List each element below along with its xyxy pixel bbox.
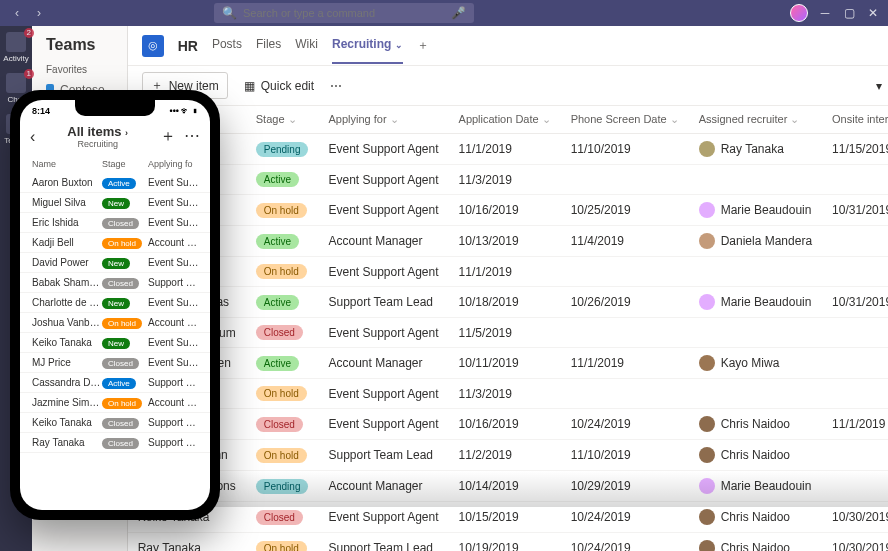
titlebar: ‹ › 🔍 🎤 ─ ▢ ✕ (0, 0, 888, 26)
list-item[interactable]: Keiko TanakaNewEvent Support A (20, 333, 210, 353)
mobile-screen: 8:14 ••• ᯤ ▮ ‹ All items › Recruiting ＋ … (20, 100, 210, 510)
cell-stage: Pending (246, 471, 319, 502)
table-row[interactable]: Jazmine SimmonsPendingAccount Manager10/… (128, 471, 888, 502)
list-item[interactable]: MJ PriceClosedEvent Support A (20, 353, 210, 373)
filter-icon: ▾ (876, 79, 882, 93)
mobile-rows[interactable]: Aaron BuxtonActiveEvent Support AMiguel … (20, 173, 210, 510)
list-item[interactable]: Aaron BuxtonActiveEvent Support A (20, 173, 210, 193)
table-row[interactable]: Cassandra DunnOn holdSupport Team Lead11… (128, 440, 888, 471)
add-icon[interactable]: ＋ (160, 126, 176, 147)
stage-pill: Pending (256, 142, 309, 157)
data-grid: Name⌄ Stage⌄ Applying for⌄ Application D… (128, 106, 888, 551)
rail-activity[interactable]: 2 Activity (0, 32, 32, 63)
cell-phonedate: 11/1/2019 (561, 348, 689, 379)
tab-wiki[interactable]: Wiki (295, 27, 318, 64)
cell-stage: On hold (246, 440, 319, 471)
table-row[interactable]: Ray TanakaOn holdSupport Team Lead10/19/… (128, 533, 888, 552)
list-item[interactable]: Ray TanakaClosedSupport Team L (20, 433, 210, 453)
cell-stage: Active (246, 226, 319, 257)
search-icon: 🔍 (222, 6, 237, 20)
command-search[interactable]: 🔍 🎤 (214, 3, 474, 23)
search-input[interactable] (243, 7, 445, 19)
cell-applying: Account Manager (318, 348, 448, 379)
cell-appdate: 11/1/2019 (449, 257, 561, 287)
list-item[interactable]: David PowerNewEvent Support A (20, 253, 210, 273)
cell-phonedate: 10/29/2019 (561, 471, 689, 502)
table-row[interactable]: Eric IshidaOn holdEvent Support Agent10/… (128, 195, 888, 226)
col-onsite[interactable]: Onsite interview date⌄ (822, 106, 888, 134)
cell-stage: Closed (246, 409, 319, 440)
avatar (699, 478, 715, 494)
m-cell-name: Keiko Tanaka (32, 417, 102, 428)
cell-appdate: 10/11/2019 (449, 348, 561, 379)
stage-pill: On hold (256, 386, 307, 401)
list-item[interactable]: Babak ShammasClosedSupport Team L (20, 273, 210, 293)
more-icon[interactable]: ⋯ (184, 126, 200, 147)
window-minimize-icon[interactable]: ─ (818, 6, 832, 20)
table-row[interactable]: Miguel SilvaActiveEvent Support Agent11/… (128, 165, 888, 195)
user-avatar[interactable] (790, 4, 808, 22)
more-actions-button[interactable]: ⋯ (330, 79, 342, 93)
col-stage[interactable]: Stage⌄ (246, 106, 319, 134)
m-cell-apply: Event Support A (148, 337, 200, 348)
stage-pill: Active (256, 234, 299, 249)
add-tab-button[interactable]: ＋ (417, 27, 429, 64)
col-phonedate[interactable]: Phone Screen Date⌄ (561, 106, 689, 134)
chevron-down-icon: ⌄ (542, 113, 551, 125)
quick-edit-button[interactable]: ▦ Quick edit (244, 79, 314, 93)
table-row[interactable]: David PowerOn holdEvent Support Agent11/… (128, 257, 888, 287)
m-cell-apply: Event Support A (148, 297, 200, 308)
list-item[interactable]: Joshua VanburenOn holdAccount Manag (20, 313, 210, 333)
table-row[interactable]: MJ PriceClosedEvent Support Agent10/16/2… (128, 409, 888, 440)
stage-pill: New (102, 198, 130, 209)
back-icon[interactable]: ‹ (30, 128, 35, 146)
m-cell-stage: On hold (102, 397, 148, 408)
list-item[interactable]: Jazmine SimmonsOn holdAccount Manag (20, 393, 210, 413)
nav-back-icon[interactable]: ‹ (8, 4, 26, 22)
cell-recruiter: Chris Naidoo (689, 533, 822, 552)
cell-phonedate: 10/24/2019 (561, 409, 689, 440)
tab-posts[interactable]: Posts (212, 27, 242, 64)
channel-header: ◎ HR Posts Files Wiki Recruiting ⌄ ＋ ⤢ ↻… (128, 26, 888, 66)
col-applying[interactable]: Applying for⌄ (318, 106, 448, 134)
window-maximize-icon[interactable]: ▢ (842, 6, 856, 20)
table-row[interactable]: Babak ShammasActiveSupport Team Lead10/1… (128, 287, 888, 318)
list-item[interactable]: Keiko TanakaClosedSupport Team L (20, 413, 210, 433)
stage-pill: Closed (102, 278, 139, 289)
stage-pill: On hold (102, 398, 142, 409)
list-item[interactable]: Charlotte de CrumNewEvent Support A (20, 293, 210, 313)
column-headers: Name⌄ Stage⌄ Applying for⌄ Application D… (128, 106, 888, 134)
table-row[interactable]: Joshua VanburenActiveAccount Manager10/1… (128, 348, 888, 379)
cell-stage: Active (246, 165, 319, 195)
tab-recruiting[interactable]: Recruiting ⌄ (332, 27, 403, 64)
col-recruiter[interactable]: Assigned recruiter⌄ (689, 106, 822, 134)
m-cell-stage: On hold (102, 317, 148, 328)
window-close-icon[interactable]: ✕ (866, 6, 880, 20)
stage-pill: Closed (256, 417, 303, 432)
cell-phonedate (561, 165, 689, 195)
col-appdate[interactable]: Application Date⌄ (449, 106, 561, 134)
table-row[interactable]: Charlotte de CrumClosedEvent Support Age… (128, 318, 888, 348)
list-item[interactable]: Kadji BellOn holdAccount Manag (20, 233, 210, 253)
table-row[interactable]: Keiko TanakaOn holdEvent Support Agent11… (128, 379, 888, 409)
avatar (699, 141, 715, 157)
nav-forward-icon[interactable]: › (30, 4, 48, 22)
list-item[interactable]: Miguel SilvaNewEvent Support A (20, 193, 210, 213)
list-toolbar: ＋ New item ▦ Quick edit ⋯ ▾ Filter ☰ All… (128, 66, 888, 106)
tab-files[interactable]: Files (256, 27, 281, 64)
mic-icon[interactable]: 🎤 (451, 6, 466, 20)
table-row[interactable]: Keiko TanakaClosedEvent Support Agent10/… (128, 502, 888, 533)
cell-recruiter: Ray Tanaka (689, 134, 822, 165)
cell-onsite (822, 348, 888, 379)
list-item[interactable]: Cassandra DunnActiveSupport Team L (20, 373, 210, 393)
cell-onsite (822, 318, 888, 348)
stage-pill: On hold (256, 541, 307, 552)
table-row[interactable]: Kadji BellActiveAccount Manager10/13/201… (128, 226, 888, 257)
list-item[interactable]: Eric IshidaClosedEvent Support A (20, 213, 210, 233)
cell-phonedate: 10/24/2019 (561, 533, 689, 552)
filter-button[interactable]: ▾ Filter (876, 79, 888, 93)
m-cell-stage: Active (102, 377, 148, 388)
table-row[interactable]: Aaron BuxtonPendingEvent Support Agent11… (128, 134, 888, 165)
stage-pill: Closed (102, 418, 139, 429)
cell-onsite: 11/15/2019 (822, 134, 888, 165)
